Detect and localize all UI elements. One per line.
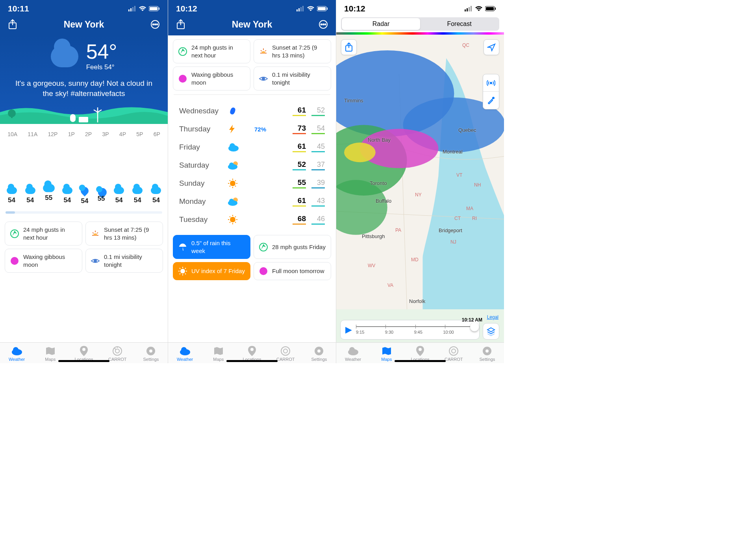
daily-low: 45 [311, 142, 325, 152]
card-moon-phase[interactable]: Waxing gibbous moon [173, 67, 250, 91]
daily-row[interactable]: Wednesday6152 [179, 102, 325, 120]
broadcast-button[interactable] [483, 74, 499, 92]
timeline-track[interactable]: 10:12 AM 9:15 9:30 9:45 10:00 [356, 323, 474, 336]
tab-settings[interactable]: Settings [302, 345, 336, 362]
daily-row[interactable]: Saturday5237 [179, 156, 325, 174]
segment-forecast[interactable]: Forecast [420, 18, 498, 30]
card-visibility[interactable]: 0.1 mi visibility tonight [85, 249, 163, 273]
cloud-icon [132, 187, 143, 194]
status-bar: 10:12 [336, 0, 504, 16]
hourly-item: 54 [151, 187, 161, 206]
scroll-indicator [6, 211, 162, 214]
card-wind-gusts[interactable]: 24 mph gusts in next hour [173, 39, 250, 63]
battery-icon [149, 6, 160, 11]
battery-icon [485, 6, 496, 11]
signal-icon [296, 6, 304, 11]
daily-row[interactable]: Monday6143 [179, 192, 325, 211]
share-button[interactable] [341, 39, 357, 55]
tab-maps[interactable]: Maps [33, 345, 67, 362]
more-button[interactable] [150, 19, 161, 30]
tab-weather[interactable]: Weather [336, 345, 370, 362]
svg-point-28 [115, 349, 119, 353]
current-temp: 54° [86, 41, 117, 62]
tab-locations[interactable]: Locations [67, 345, 100, 362]
svg-point-89 [317, 349, 321, 353]
tab-carrot[interactable]: CARROT [101, 345, 134, 362]
svg-point-105 [490, 82, 492, 84]
map-tools [483, 74, 499, 109]
layers-button[interactable] [483, 323, 499, 340]
svg-line-81 [185, 268, 186, 269]
tab-locations[interactable]: Locations [403, 345, 437, 362]
phone-weather-screen: 10:11 New York 54° Feels 54° [0, 0, 168, 363]
card-sunset[interactable]: Sunset at 7:25 (9 hrs 13 mins) [85, 222, 163, 246]
hourly-forecast[interactable]: 54 54 55 54 54 55 54 54 54 [0, 187, 168, 209]
tab-locations[interactable]: Locations [235, 345, 269, 362]
layers-icon [486, 327, 496, 336]
hourly-item: 54 [7, 187, 17, 206]
status-bar: 10:11 [0, 0, 168, 16]
cloud-icon [43, 184, 55, 192]
card-moon-phase[interactable]: Waxing gibbous moon [5, 249, 82, 273]
hourly-time-labels: 10A11A12P1P2P3P4P5P6P [0, 124, 168, 140]
svg-point-73 [181, 269, 185, 273]
share-button[interactable] [7, 19, 18, 30]
radar-map[interactable]: Timmins North Bay Quebec Montreal Toront… [336, 35, 504, 363]
hourly-chart-space[interactable] [0, 140, 168, 187]
more-button[interactable] [318, 19, 329, 30]
daily-row[interactable]: Tuesday6846 [179, 211, 325, 229]
tab-maps[interactable]: Maps [202, 345, 235, 362]
daily-day-label: Sunday [179, 179, 224, 188]
svg-point-42 [325, 24, 326, 25]
radar-timeline: ▶ 10:12 AM 9:15 9:30 9:45 10:00 [340, 320, 480, 340]
tab-carrot[interactable]: CARROT [437, 345, 471, 362]
legal-link[interactable]: Legal [487, 314, 498, 320]
segment-radar[interactable]: Radar [342, 18, 420, 30]
home-indicator[interactable] [58, 360, 109, 362]
daily-low: 39 [311, 179, 325, 188]
card-visibility[interactable]: 0.1 mi visibility tonight [254, 67, 331, 91]
card-gusts-summary[interactable]: 28 mph gusts Friday [254, 235, 331, 259]
state-label: QC [462, 42, 469, 48]
tab-settings[interactable]: Settings [471, 345, 504, 362]
card-rain-summary[interactable]: 0.5" of rain this week [173, 235, 250, 259]
tab-weather[interactable]: Weather [168, 345, 202, 362]
state-label: MD [411, 257, 419, 262]
card-wind-gusts[interactable]: 24 mph gusts in next hour [5, 222, 82, 246]
hourly-item: 54 [62, 187, 72, 206]
tab-maps[interactable]: Maps [370, 345, 403, 362]
eyedropper-button[interactable] [483, 92, 499, 109]
home-indicator[interactable] [226, 360, 278, 362]
daily-weather-icon [228, 161, 247, 170]
state-label: VT [456, 172, 462, 178]
svg-rect-2 [132, 7, 133, 11]
home-indicator[interactable] [395, 360, 446, 362]
daily-row[interactable]: Friday6145 [179, 138, 325, 156]
play-button[interactable]: ▶ [345, 325, 352, 335]
locate-button[interactable] [484, 39, 499, 55]
tab-carrot[interactable]: CARROT [269, 345, 302, 362]
svg-line-80 [180, 273, 180, 274]
tab-weather[interactable]: Weather [0, 345, 33, 362]
card-fullmoon[interactable]: Full moon tomorrow [254, 262, 331, 280]
share-icon [176, 19, 185, 30]
svg-rect-6 [159, 7, 159, 10]
location-title[interactable]: New York [186, 19, 318, 30]
tab-settings[interactable]: Settings [134, 345, 168, 362]
location-title[interactable]: New York [18, 19, 150, 30]
status-time: 10:12 [344, 4, 365, 13]
pin-icon [248, 346, 256, 356]
daily-row[interactable]: Thursday72%7354 [179, 120, 325, 138]
card-sunset[interactable]: Sunset at 7:25 (9 hrs 13 mins) [254, 39, 331, 63]
wind-icon [178, 47, 187, 56]
hourly-item: 54 [132, 187, 143, 206]
hourly-item: 55 [97, 187, 106, 206]
header: New York [0, 16, 168, 35]
daily-row[interactable]: Sunday5539 [179, 174, 325, 192]
cloud-icon [114, 187, 124, 194]
daily-weather-icon [228, 143, 247, 151]
svg-point-109 [419, 348, 422, 351]
share-button[interactable] [175, 19, 186, 30]
card-uv-summary[interactable]: UV index of 7 Friday [173, 262, 250, 280]
svg-line-59 [235, 180, 236, 181]
